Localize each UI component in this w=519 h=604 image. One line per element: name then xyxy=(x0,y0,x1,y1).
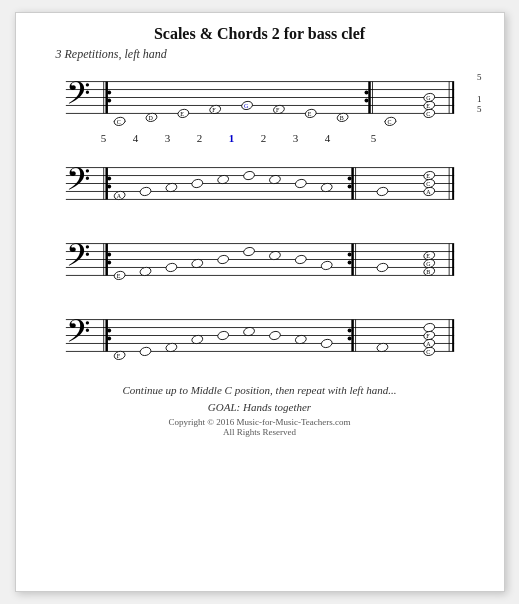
svg-point-131 xyxy=(347,337,351,341)
svg-text:E: E xyxy=(307,111,311,117)
svg-point-127 xyxy=(320,338,333,349)
svg-text:𝄢: 𝄢 xyxy=(65,314,89,356)
svg-point-116 xyxy=(107,329,111,333)
svg-point-94 xyxy=(320,260,333,271)
svg-point-97 xyxy=(347,253,351,257)
staff-svg-3: 𝄢 E xyxy=(36,226,484,296)
svg-text:B: B xyxy=(426,269,430,275)
svg-text:E: E xyxy=(180,111,184,117)
svg-text:D: D xyxy=(148,115,153,121)
svg-text:C: C xyxy=(426,349,430,355)
svg-point-88 xyxy=(165,262,178,273)
svg-point-51 xyxy=(107,185,111,189)
svg-text:C: C xyxy=(387,119,391,125)
svg-text:G: G xyxy=(426,261,431,267)
staff-row-2: 𝄢 A xyxy=(36,150,484,220)
svg-text:A: A xyxy=(426,189,431,195)
svg-point-58 xyxy=(242,170,255,181)
staff-svg-4: 𝄢 F xyxy=(36,302,484,372)
svg-text:𝄢: 𝄢 xyxy=(65,238,89,280)
svg-text:A: A xyxy=(426,341,431,347)
svg-point-29 xyxy=(364,91,368,95)
svg-point-99 xyxy=(376,262,389,273)
svg-text:𝄢: 𝄢 xyxy=(65,162,89,204)
staff-row-4: 𝄢 F xyxy=(36,302,484,372)
svg-point-50 xyxy=(107,177,111,181)
svg-point-8 xyxy=(107,91,111,95)
footer-text: Continue up to Middle C position, then r… xyxy=(123,382,397,415)
copyright-line2: All Rights Reserved xyxy=(169,427,351,437)
svg-text:𝄢: 𝄢 xyxy=(65,76,89,118)
svg-point-84 xyxy=(107,261,111,265)
svg-point-30 xyxy=(364,99,368,103)
svg-text:C: C xyxy=(116,119,120,125)
svg-text:B: B xyxy=(339,115,343,121)
staff-svg-1: 𝄢 C D E F xyxy=(36,64,484,134)
staff-row-3: 𝄢 E xyxy=(36,226,484,296)
svg-text:A: A xyxy=(116,193,121,199)
svg-text:G: G xyxy=(244,103,249,109)
svg-point-90 xyxy=(216,254,229,265)
svg-point-91 xyxy=(242,246,255,257)
svg-point-117 xyxy=(107,337,111,341)
svg-point-83 xyxy=(107,253,111,257)
svg-point-60 xyxy=(294,178,307,189)
staff-svg-2: 𝄢 A xyxy=(36,150,484,220)
svg-text:G: G xyxy=(426,95,431,101)
svg-point-93 xyxy=(294,254,307,265)
svg-point-98 xyxy=(347,261,351,265)
staff-row-1: 𝄢 C D E F xyxy=(36,64,484,144)
svg-point-123 xyxy=(216,330,229,341)
svg-point-130 xyxy=(347,329,351,333)
svg-point-54 xyxy=(139,186,152,197)
svg-point-136 xyxy=(422,322,435,333)
svg-point-65 xyxy=(347,185,351,189)
copyright-line1: Copyright © 2016 Music-for-Music-Teacher… xyxy=(169,417,351,427)
svg-point-125 xyxy=(268,330,281,341)
subtitle: 3 Repetitions, left hand xyxy=(56,47,167,62)
finger-right-1: 515 xyxy=(477,72,482,115)
svg-point-66 xyxy=(376,186,389,197)
page-title: Scales & Chords 2 for bass clef xyxy=(154,25,365,43)
svg-point-120 xyxy=(139,346,152,357)
footer-line2: GOAL: Hands together xyxy=(123,399,397,416)
svg-text:C: C xyxy=(426,181,430,187)
svg-text:E: E xyxy=(116,273,120,279)
footer-line1: Continue up to Middle C position, then r… xyxy=(123,382,397,399)
svg-point-56 xyxy=(190,178,203,189)
svg-point-64 xyxy=(347,177,351,181)
svg-text:E: E xyxy=(426,103,430,109)
page: Scales & Chords 2 for bass clef 3 Repeti… xyxy=(15,12,505,592)
svg-text:E: E xyxy=(426,253,430,259)
copyright: Copyright © 2016 Music-for-Music-Teacher… xyxy=(169,417,351,437)
svg-point-9 xyxy=(107,99,111,103)
svg-text:E: E xyxy=(426,173,430,179)
svg-text:C: C xyxy=(426,111,430,117)
